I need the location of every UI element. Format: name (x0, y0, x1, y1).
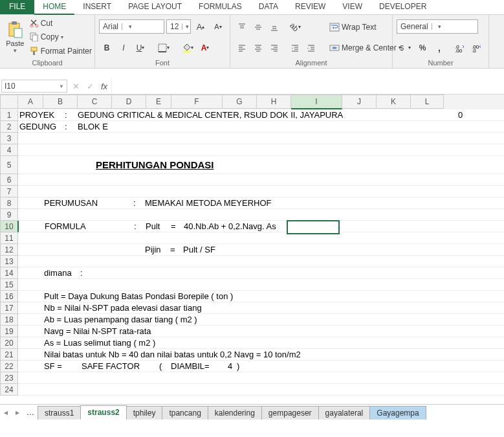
row-header[interactable]: 3 (0, 133, 18, 144)
align-center-button[interactable] (250, 41, 266, 55)
row-header[interactable]: 2 (0, 121, 18, 133)
row-header[interactable]: 22 (0, 361, 18, 372)
sheet-tab[interactable]: Gayagempa (369, 406, 426, 420)
row-header[interactable]: 19 (0, 326, 18, 337)
col-header[interactable]: K (377, 95, 411, 109)
underline-button[interactable]: U▾ (133, 41, 148, 55)
row-header[interactable]: 4 (0, 144, 18, 156)
cell[interactable]: SF = SAFE FACTOR ( DIAMBIL= 4 ) (18, 361, 504, 372)
row-header[interactable]: 12 (0, 244, 18, 256)
align-top-button[interactable] (234, 20, 250, 34)
row-header[interactable]: 18 (0, 314, 18, 326)
cell[interactable] (18, 256, 504, 267)
tab-insert[interactable]: INSERT (74, 0, 120, 14)
col-header[interactable]: C (78, 95, 112, 109)
cell[interactable]: PERHITUNGAN PONDASI (18, 156, 504, 174)
tab-review[interactable]: REVIEW (287, 0, 334, 14)
number-format-combo[interactable]: General▾ (397, 19, 478, 34)
sheet-tab[interactable]: gempageser (261, 406, 319, 420)
cell[interactable]: FORMULA : Pult = 40.Nb.Ab + 0,2.Navg. As (19, 221, 504, 232)
formula-input[interactable] (111, 78, 504, 94)
tab-developer[interactable]: DEVELOPER (371, 0, 435, 14)
fill-color-button[interactable]: ▾ (179, 41, 196, 55)
col-header[interactable]: H (257, 95, 291, 109)
cut-button[interactable]: Cut (30, 17, 92, 30)
sheet-tab[interactable]: strauss2 (80, 405, 126, 420)
row-header[interactable]: 5 (0, 156, 18, 174)
cell[interactable]: As = Luas selimut tiang ( m2 ) (18, 337, 504, 349)
fx-button[interactable]: fx (97, 82, 111, 91)
col-header[interactable]: B (43, 95, 78, 109)
wrap-text-button[interactable]: Wrap Text (329, 21, 401, 34)
copy-button[interactable]: Copy▾ (30, 30, 92, 43)
tab-file[interactable]: FILE (0, 0, 34, 14)
tab-scroll-right[interactable]: ▸ (12, 408, 23, 417)
align-bottom-button[interactable] (267, 20, 282, 34)
col-header[interactable]: J (342, 95, 377, 109)
cell[interactable]: Navg = Nilai N-SPT rata-rata (18, 326, 504, 337)
row-header[interactable]: 8 (0, 197, 18, 209)
align-right-button[interactable] (267, 41, 282, 55)
row-header[interactable]: 21 (0, 349, 18, 361)
grow-font-button[interactable]: A▴ (193, 19, 208, 34)
select-all-corner[interactable] (0, 95, 18, 109)
name-box[interactable]: I10▼ (1, 80, 67, 93)
cell[interactable]: PROYEK : GEDUNG CRITICAL & MEDICAL CENTE… (18, 109, 504, 121)
sheet-tab[interactable]: strauss1 (38, 406, 81, 420)
cell[interactable]: GEDUNG : BLOK E (18, 121, 504, 133)
increase-decimal-button[interactable]: .0.00 (452, 41, 468, 55)
cell[interactable]: Nilai batas untuk Nb = 40 dan nilai bata… (18, 349, 504, 361)
row-header[interactable]: 16 (0, 291, 18, 302)
font-name-combo[interactable]: Arial▾ (99, 19, 164, 34)
enter-button[interactable]: ✓ (83, 82, 97, 91)
tab-more[interactable]: … (23, 406, 38, 419)
tab-pagelayout[interactable]: PAGE LAYOUT (120, 0, 190, 14)
accounting-button[interactable]: $▾ (397, 41, 413, 55)
row-header[interactable]: 10 (0, 221, 19, 232)
align-left-button[interactable] (234, 41, 250, 55)
cell[interactable] (18, 232, 504, 244)
row-header[interactable]: 24 (0, 384, 18, 396)
cell[interactable]: PERUMUSAN : MEMAKAI METODA MEYERHOF (18, 197, 504, 209)
cell[interactable] (18, 372, 504, 384)
cancel-button[interactable]: ✕ (69, 82, 83, 91)
col-header[interactable]: L (411, 95, 444, 109)
row-header[interactable]: 14 (0, 267, 18, 279)
col-header[interactable]: I (291, 95, 342, 109)
indent-decrease-button[interactable] (287, 41, 303, 55)
font-size-combo[interactable]: 12▾ (166, 19, 191, 34)
row-header[interactable]: 20 (0, 337, 18, 349)
sheet-tab[interactable]: gayalateral (318, 406, 371, 420)
paste-button[interactable]: Paste ▼ (3, 16, 28, 58)
tab-scroll-left[interactable]: ◂ (0, 408, 12, 417)
cell[interactable] (18, 133, 504, 144)
shrink-font-button[interactable]: A▾ (210, 19, 226, 34)
sheet-tab[interactable]: tpancang (162, 406, 208, 420)
cell[interactable] (18, 186, 504, 197)
col-header[interactable]: F (171, 95, 223, 109)
row-header[interactable]: 13 (0, 256, 18, 267)
col-header[interactable]: A (18, 95, 43, 109)
comma-button[interactable]: , (432, 41, 447, 55)
row-header[interactable]: 1 (0, 109, 18, 121)
percent-button[interactable]: % (415, 41, 430, 55)
tab-formulas[interactable]: FORMULAS (190, 0, 250, 14)
decrease-decimal-button[interactable]: .00.0 (469, 41, 485, 55)
format-painter-button[interactable]: Format Painter (30, 45, 92, 58)
cell[interactable]: dimana : (18, 267, 504, 279)
sheet-tab[interactable]: kalendering (208, 406, 262, 420)
row-header[interactable]: 7 (0, 186, 18, 197)
cell[interactable] (18, 384, 504, 396)
merge-center-button[interactable]: Merge & Center▾ (329, 41, 401, 54)
col-header[interactable]: D (112, 95, 146, 109)
align-middle-button[interactable] (250, 20, 266, 34)
row-header[interactable]: 23 (0, 372, 18, 384)
cell[interactable]: Pijin = Pult / SF (18, 244, 504, 256)
italic-button[interactable]: I (116, 41, 131, 55)
tab-data[interactable]: DATA (250, 0, 287, 14)
cell[interactable] (18, 174, 504, 186)
border-button[interactable]: ▾ (155, 41, 172, 55)
row-header[interactable]: 15 (0, 279, 18, 291)
col-header[interactable]: E (146, 95, 171, 109)
tab-view[interactable]: VIEW (334, 0, 371, 14)
